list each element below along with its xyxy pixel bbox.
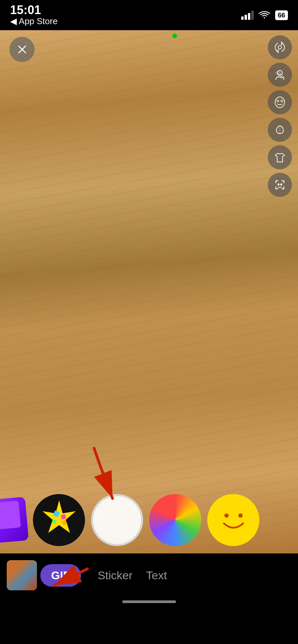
home-indicator (122, 600, 176, 603)
face-mask-button[interactable] (268, 90, 292, 114)
tab-text[interactable]: Text (139, 566, 174, 585)
svg-point-0 (278, 46, 282, 49)
flip-camera-button[interactable] (268, 35, 292, 59)
svg-point-8 (278, 184, 279, 185)
svg-point-17 (212, 499, 254, 541)
svg-point-5 (275, 97, 285, 108)
svg-point-19 (238, 514, 243, 518)
green-dot (172, 34, 177, 38)
status-left: 15:01 ◀ App Store (10, 4, 57, 26)
shirt-filter-button[interactable] (268, 145, 292, 169)
arrow-annotation-capture (74, 441, 134, 517)
tab-sticker[interactable]: Sticker (91, 566, 139, 585)
leaf-filter-button[interactable] (268, 118, 292, 142)
svg-point-6 (277, 100, 279, 102)
wifi-icon (258, 10, 270, 20)
sticker-purple[interactable] (0, 497, 29, 543)
signal-bars (241, 11, 254, 20)
back-to-appstore[interactable]: ◀ App Store (10, 16, 57, 26)
camera-view (0, 30, 298, 553)
close-button[interactable] (9, 37, 35, 62)
sticker-swirl[interactable] (149, 494, 201, 546)
svg-rect-15 (52, 520, 56, 524)
status-time: 15:01 (10, 4, 57, 16)
sticker-smiley[interactable] (207, 494, 259, 546)
wood-grain-texture (0, 30, 298, 553)
svg-point-7 (281, 100, 283, 102)
arrow-annotation-gif (27, 562, 94, 597)
phone-container: 15:01 ◀ App Store 66 (0, 0, 298, 644)
status-bar: 15:01 ◀ App Store 66 (0, 0, 298, 30)
person-filter-button[interactable] (268, 63, 292, 87)
svg-point-9 (281, 184, 282, 185)
battery-indicator: 66 (275, 10, 288, 20)
svg-point-18 (224, 514, 228, 518)
status-right: 66 (241, 10, 288, 20)
face-scan-button[interactable] (268, 173, 292, 197)
right-toolbar (268, 35, 292, 197)
sticker-row (0, 486, 298, 553)
